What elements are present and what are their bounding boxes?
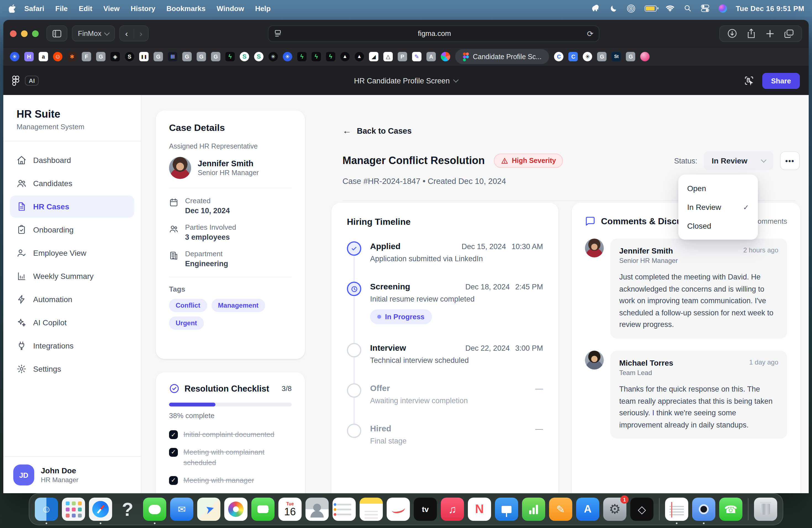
bookmark-dribbble-icon[interactable] bbox=[640, 52, 650, 61]
figma-file-title[interactable]: HR Candidate Profile Screen bbox=[354, 76, 458, 85]
finder-dock-icon[interactable]: ☺ bbox=[35, 498, 58, 521]
freeform-dock-icon[interactable] bbox=[387, 498, 410, 521]
new-tab-icon[interactable] bbox=[766, 29, 774, 38]
calendar-dock-icon[interactable]: Tue 16 bbox=[278, 498, 302, 521]
trash-dock-icon[interactable] bbox=[754, 498, 777, 521]
downloads-icon[interactable] bbox=[727, 29, 737, 38]
menu-view[interactable]: View bbox=[98, 4, 125, 12]
minimize-window-button[interactable] bbox=[21, 30, 28, 37]
bookmark-sail-icon[interactable]: △ bbox=[383, 52, 393, 61]
bookmark-pen-icon[interactable]: ✎ bbox=[412, 52, 421, 61]
sidebar-item-integrations[interactable]: Integrations bbox=[10, 335, 134, 357]
menu-bar-clock[interactable]: Tue Dec 16 9:51 PM bbox=[736, 4, 804, 12]
bookmark-figma-icon[interactable] bbox=[441, 52, 450, 61]
figma-ai-badge[interactable]: AI bbox=[25, 76, 39, 86]
tag-conflict[interactable]: Conflict bbox=[169, 299, 207, 312]
bookmark-g-icon[interactable]: G bbox=[96, 52, 105, 61]
missing-app-dock-icon[interactable]: ? bbox=[116, 498, 139, 521]
sidebar-item-employee-view[interactable]: Employee View bbox=[10, 242, 134, 264]
bookmark-c-icon[interactable]: C bbox=[554, 52, 564, 61]
close-window-button[interactable] bbox=[10, 30, 17, 37]
more-options-button[interactable]: ••• bbox=[780, 151, 800, 170]
spotlight-search-icon[interactable] bbox=[683, 4, 692, 13]
bookmark-g-icon[interactable]: G bbox=[182, 52, 192, 61]
bookmark-s-icon[interactable]: S bbox=[125, 52, 134, 61]
sidebar-item-dashboard[interactable]: Dashboard bbox=[10, 149, 134, 171]
forward-button[interactable]: › bbox=[133, 29, 148, 38]
sidebar-item-ai-copilot[interactable]: AI Copilot bbox=[10, 311, 134, 334]
mail-dock-icon[interactable]: ✉ bbox=[170, 498, 193, 521]
bookmark-diamond-icon[interactable]: ◈ bbox=[111, 52, 120, 61]
status-dropdown[interactable]: In Review bbox=[704, 151, 773, 170]
bookmark-hubspot-icon[interactable]: ✱ bbox=[68, 52, 77, 61]
tab-overview-icon[interactable] bbox=[784, 29, 794, 38]
menu-history[interactable]: History bbox=[125, 4, 161, 12]
sidebar-item-weekly-summary[interactable]: Weekly Summary bbox=[10, 265, 134, 287]
user-profile[interactable]: JD John Doe HR Manager bbox=[3, 456, 141, 493]
bookmark-vercel-icon[interactable]: ▲ bbox=[354, 52, 364, 61]
address-bar[interactable]: figma.com ⟳ bbox=[268, 25, 599, 42]
notes-dock-icon[interactable] bbox=[360, 498, 383, 521]
messages-dock-icon[interactable] bbox=[143, 498, 166, 521]
bookmark-bolt-icon[interactable]: ϟ bbox=[297, 52, 307, 61]
sidebar-item-settings[interactable]: Settings bbox=[10, 358, 134, 380]
pages-dock-icon[interactable]: ✎ bbox=[549, 498, 572, 521]
bookmark-reddit-icon[interactable]: ☺ bbox=[53, 52, 62, 61]
menu-safari[interactable]: Safari bbox=[19, 4, 50, 12]
bookmark-openai-icon[interactable]: ✳ bbox=[10, 52, 19, 61]
settings-dock-icon[interactable]: ⚙1 bbox=[603, 498, 626, 521]
sidebar-toggle-button[interactable] bbox=[46, 25, 68, 41]
bookmark-p-icon[interactable]: P bbox=[398, 52, 407, 61]
bookmark-stripe-icon[interactable]: St bbox=[612, 52, 621, 61]
bookmark-c-blue-icon[interactable]: C bbox=[569, 52, 578, 61]
bookmark-swirl-icon[interactable]: S bbox=[240, 52, 249, 61]
apple-logo-icon[interactable] bbox=[8, 4, 17, 13]
iphone-mirroring-dock-icon[interactable] bbox=[692, 498, 715, 521]
bookmark-h-icon[interactable]: H bbox=[24, 52, 34, 61]
battery-icon[interactable] bbox=[644, 5, 657, 11]
bookmark-amazon-icon[interactable]: a bbox=[39, 52, 48, 61]
textedit-dock-icon[interactable] bbox=[665, 498, 688, 521]
zoom-window-button[interactable] bbox=[32, 30, 39, 37]
bookmark-openai-icon[interactable]: ✳ bbox=[283, 52, 292, 61]
checkbox-checked[interactable]: ✓ bbox=[169, 448, 178, 457]
news-dock-icon[interactable]: N bbox=[468, 498, 491, 521]
bookmark-g-icon[interactable]: G bbox=[197, 52, 206, 61]
dev-mode-icon[interactable] bbox=[743, 75, 755, 86]
contacts-dock-icon[interactable] bbox=[305, 498, 329, 521]
control-center-icon[interactable] bbox=[701, 4, 710, 13]
tag-urgent[interactable]: Urgent bbox=[169, 317, 204, 330]
bookmark-swoosh-icon[interactable]: ◢ bbox=[369, 52, 378, 61]
app-store-dock-icon[interactable]: A bbox=[576, 498, 599, 521]
tag-management[interactable]: Management bbox=[211, 299, 265, 312]
bookmark-g-icon[interactable]: G bbox=[211, 52, 220, 61]
share-icon[interactable] bbox=[747, 29, 756, 38]
reload-icon[interactable]: ⟳ bbox=[587, 29, 593, 38]
page-settings-icon[interactable] bbox=[274, 30, 282, 37]
menu-window[interactable]: Window bbox=[211, 4, 249, 12]
sidebar-item-onboarding[interactable]: Onboarding bbox=[10, 219, 134, 241]
maps-dock-icon[interactable]: ➤ bbox=[197, 498, 220, 521]
airdrop-icon[interactable] bbox=[627, 4, 636, 13]
back-to-cases-link[interactable]: ← Back to Cases bbox=[343, 126, 800, 136]
status-option-open[interactable]: Open bbox=[678, 179, 758, 198]
bookmark-g-icon[interactable]: G bbox=[154, 52, 163, 61]
bookmark-bolt-icon[interactable]: ϟ bbox=[311, 52, 321, 61]
bookmark-g-icon[interactable]: G bbox=[597, 52, 607, 61]
bookmark-swirl-icon[interactable]: S bbox=[254, 52, 263, 61]
bookmark-openai-dark-icon[interactable]: ✳ bbox=[269, 52, 278, 61]
facetime-dock-icon[interactable] bbox=[251, 498, 275, 521]
menu-bookmarks[interactable]: Bookmarks bbox=[161, 4, 211, 12]
status-option-in-review[interactable]: In Review ✓ bbox=[678, 198, 758, 217]
bookmark-pixel-icon[interactable]: ▦ bbox=[168, 52, 177, 61]
bookmark-g-icon[interactable]: G bbox=[626, 52, 636, 61]
bookmark-pause-icon[interactable]: ❚❚ bbox=[139, 52, 149, 61]
keynote-dock-icon[interactable] bbox=[495, 498, 518, 521]
siri-icon[interactable] bbox=[719, 4, 727, 12]
active-tab[interactable]: Candidate Profile Sc... bbox=[455, 49, 549, 64]
bookmark-a-icon[interactable]: A bbox=[426, 52, 436, 61]
sidebar-item-candidates[interactable]: Candidates bbox=[10, 172, 134, 194]
status-app-icon[interactable] bbox=[592, 4, 600, 13]
launchpad-dock-icon[interactable] bbox=[62, 498, 85, 521]
checkbox-checked[interactable]: ✓ bbox=[169, 430, 178, 439]
